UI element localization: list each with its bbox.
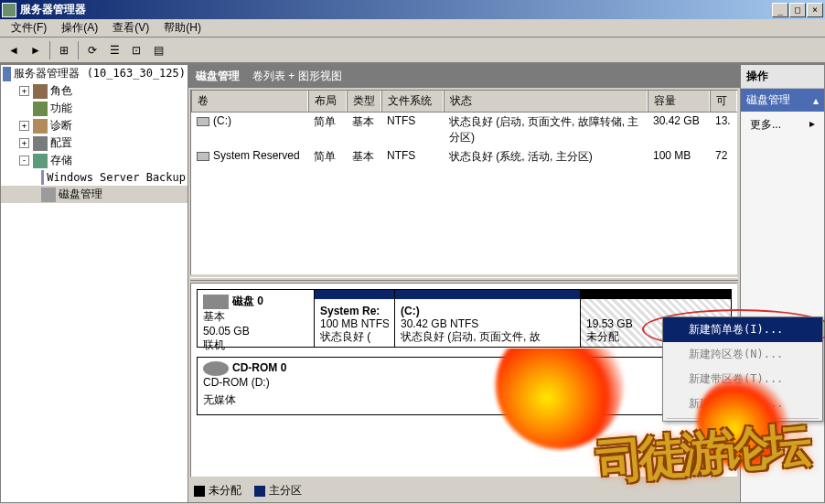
forward-button[interactable]: ►	[26, 40, 46, 60]
cdrom-info[interactable]: CD-ROM 0 CD-ROM (D:) 无媒体	[198, 358, 315, 414]
menu-new-spanned-volume: 新建跨区卷(N)...	[663, 342, 822, 367]
col-fs[interactable]: 文件系统	[381, 91, 444, 112]
menu-view[interactable]: 查看(V)	[105, 18, 156, 38]
tree-diskmgmt[interactable]: 磁盘管理	[1, 186, 188, 203]
cdrom-icon	[203, 361, 229, 376]
content-panel: 磁盘管理 卷列表 + 图形视图 卷 布局 类型 文件系统 状态 容量 可 (C:…	[188, 63, 741, 503]
volume-row[interactable]: (C:) 简单 基本 NTFS 状态良好 (启动, 页面文件, 故障转储, 主分…	[191, 113, 737, 147]
menu-new-striped-volume: 新建带区卷(T)...	[663, 367, 822, 391]
splitter[interactable]	[190, 277, 738, 281]
context-menu: 新建简单卷(I)... 新建跨区卷(N)... 新建带区卷(T)... 新建镜像…	[662, 316, 823, 422]
tree-panel[interactable]: 服务器管理器 (10_163_30_125) + 角色 功能 + 诊断 + 配置…	[0, 63, 188, 503]
tree-diagnostics[interactable]: + 诊断	[1, 117, 188, 134]
menu-file[interactable]: 文件(F)	[4, 18, 54, 38]
expand-icon[interactable]: +	[19, 121, 29, 131]
graphical-view[interactable]: 磁盘 0 基本 50.05 GB 联机 System Re: 100 MB NT…	[190, 283, 738, 477]
menu-new-simple-volume[interactable]: 新建简单卷(I)...	[663, 317, 822, 342]
menubar: 文件(F) 操作(A) 查看(V) 帮助(H)	[0, 19, 825, 38]
col-type[interactable]: 类型	[347, 91, 381, 112]
volume-row[interactable]: System Reserved 简单 基本 NTFS 状态良好 (系统, 活动,…	[191, 147, 737, 166]
window-title: 服务器管理器	[20, 2, 772, 17]
menu-separator	[667, 418, 819, 419]
actions-header: 操作	[741, 65, 824, 89]
diagnostics-icon	[33, 119, 48, 134]
col-status[interactable]: 状态	[444, 91, 648, 112]
actions-panel: 操作 磁盘管理 ▴ 更多... ▸	[741, 63, 825, 503]
refresh-button[interactable]: ⟳	[82, 40, 102, 60]
chevron-right-icon: ▸	[809, 117, 815, 130]
maximize-button[interactable]: □	[789, 3, 806, 17]
disk-icon	[203, 295, 229, 309]
server-icon	[3, 67, 11, 81]
volume-icon	[197, 152, 209, 161]
roles-icon	[33, 84, 48, 99]
menu-help[interactable]: 帮助(H)	[156, 18, 209, 38]
actions-group[interactable]: 磁盘管理 ▴	[741, 89, 824, 112]
legend-primary-icon	[254, 486, 265, 497]
app-icon	[2, 3, 16, 17]
primary-partition-indicator	[395, 290, 580, 299]
partition-c[interactable]: (C:) 30.42 GB NTFS 状态良好 (启动, 页面文件, 故	[395, 290, 581, 347]
col-volume[interactable]: 卷	[191, 91, 308, 112]
partition-system-reserved[interactable]: System Re: 100 MB NTFS 状态良好 (	[315, 290, 395, 347]
list-icon[interactable]: ▤	[148, 40, 168, 60]
legend: 未分配 主分区	[188, 479, 740, 502]
titlebar: 服务器管理器 _ □ ×	[0, 0, 825, 19]
col-layout[interactable]: 布局	[308, 91, 347, 112]
cdrom-row: CD-ROM 0 CD-ROM (D:) 无媒体	[197, 357, 732, 415]
col-free[interactable]: 可	[710, 91, 737, 112]
volume-list[interactable]: 卷 布局 类型 文件系统 状态 容量 可 (C:) 简单 基本 NTFS 状态良…	[190, 90, 738, 275]
volume-icon	[197, 117, 209, 126]
menu-action[interactable]: 操作(A)	[54, 18, 105, 38]
tree-features[interactable]: 功能	[1, 100, 188, 117]
tree-configuration[interactable]: + 配置	[1, 134, 188, 152]
content-subtitle: 卷列表 + 图形视图	[252, 69, 342, 84]
settings-button[interactable]: ☰	[104, 40, 124, 60]
chevron-up-icon: ▴	[813, 94, 819, 107]
storage-icon	[33, 154, 48, 168]
primary-partition-indicator	[315, 290, 394, 299]
actions-more[interactable]: 更多... ▸	[741, 112, 824, 138]
expand-icon[interactable]: +	[19, 138, 29, 148]
table-header: 卷 布局 类型 文件系统 状态 容量 可	[191, 91, 737, 113]
tree-backup[interactable]: Windows Server Backup	[1, 169, 188, 186]
features-icon	[33, 102, 48, 116]
tree-roles[interactable]: + 角色	[1, 82, 188, 100]
disk-0-row: 磁盘 0 基本 50.05 GB 联机 System Re: 100 MB NT…	[197, 289, 732, 348]
content-header: 磁盘管理 卷列表 + 图形视图	[188, 65, 740, 88]
tree-storage[interactable]: - 存储	[1, 152, 188, 169]
legend-unallocated-icon	[194, 486, 205, 497]
unallocated-indicator	[581, 290, 731, 299]
menu-new-mirrored-volume: 新建镜像卷(R)...	[663, 391, 822, 416]
disk-icon	[41, 188, 56, 202]
minimize-button[interactable]: _	[772, 3, 788, 17]
expand-icon[interactable]: +	[19, 86, 29, 96]
show-hide-button[interactable]: ⊞	[54, 40, 74, 60]
backup-icon	[41, 170, 44, 185]
configuration-icon	[33, 136, 48, 151]
col-capacity[interactable]: 容量	[648, 91, 710, 112]
content-title: 磁盘管理	[196, 69, 240, 84]
collapse-icon[interactable]: -	[19, 155, 29, 166]
help-icon[interactable]: ⊡	[126, 40, 146, 60]
close-button[interactable]: ×	[807, 3, 823, 17]
disk-0-info[interactable]: 磁盘 0 基本 50.05 GB 联机	[198, 290, 315, 347]
toolbar: ◄ ► ⊞ ⟳ ☰ ⊡ ▤	[0, 38, 825, 63]
tree-root[interactable]: 服务器管理器 (10_163_30_125)	[1, 65, 188, 82]
back-button[interactable]: ◄	[4, 40, 24, 60]
